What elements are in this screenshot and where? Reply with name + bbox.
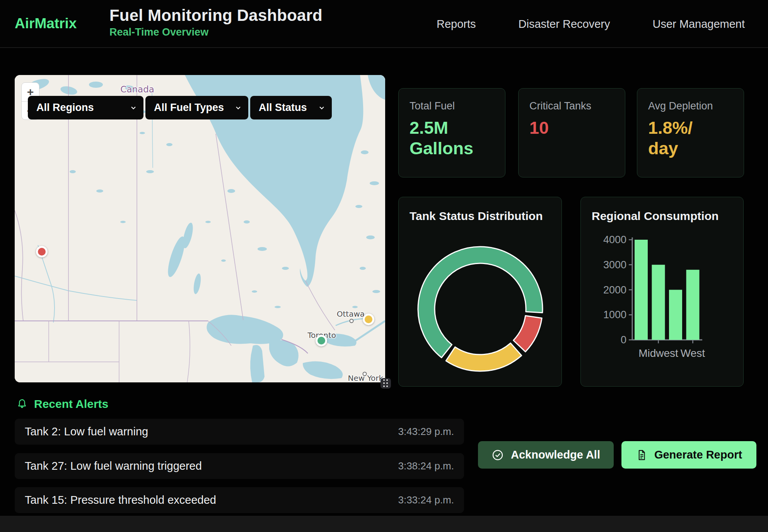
alert-time: 3:38:24 p.m. (398, 460, 454, 472)
status-filter-value: All Status (259, 102, 307, 114)
fuel-type-filter-select[interactable]: All Fuel Types (145, 96, 248, 119)
map-resize-handle[interactable] (381, 378, 391, 389)
region-filter-select[interactable]: All Regions (28, 96, 143, 119)
svg-text:4000: 4000 (603, 234, 626, 246)
map-label-ottawa: Ottawa (337, 309, 365, 319)
stat-label: Critical Tanks (529, 100, 614, 112)
stat-value: 2.5M Gallons (410, 118, 494, 159)
bar-chart-svg: 01000200030004000MidwestWest (592, 226, 733, 380)
city-dot (363, 372, 367, 376)
tank-marker-normal[interactable] (316, 335, 327, 346)
donut-segment-warning (446, 343, 522, 371)
nav-disaster-recovery[interactable]: Disaster Recovery (519, 18, 610, 31)
alerts-heading-label: Recent Alerts (34, 397, 108, 411)
svg-text:3000: 3000 (603, 259, 626, 271)
alert-time: 3:43:29 p.m. (398, 426, 454, 438)
donut-chart-svg (410, 226, 551, 380)
bar-3 (686, 270, 700, 340)
alert-row[interactable]: Tank 2: Low fuel warning 3:43:29 p.m. (15, 419, 464, 445)
bar-1 (652, 265, 665, 340)
donut-segment-critical (514, 315, 542, 351)
svg-text:0: 0 (621, 334, 626, 346)
page-title: Fuel Monitoring Dashboard (109, 6, 323, 25)
generate-report-label: Generate Report (654, 448, 742, 461)
chevron-down-icon (318, 104, 326, 112)
alert-message: Tank 2: Low fuel warning (25, 425, 148, 438)
acknowledge-all-label: Acknowledge All (511, 448, 600, 461)
check-circle-icon (492, 449, 504, 461)
fuel-type-filter-value: All Fuel Types (154, 102, 224, 114)
status-filter-select[interactable]: All Status (250, 96, 332, 119)
stat-value: 10 (529, 118, 614, 138)
alert-message: Tank 15: Pressure threshold exceeded (25, 494, 216, 506)
svg-text:1000: 1000 (603, 309, 626, 321)
svg-text:Midwest: Midwest (638, 347, 678, 359)
stat-label: Total Fuel (410, 100, 494, 112)
main-nav: Reports Disaster Recovery User Managemen… (437, 0, 745, 48)
stat-value: 1.8%/ day (648, 118, 733, 159)
bell-icon (16, 398, 28, 410)
app-logo: AirMatrix (15, 15, 77, 32)
alert-row[interactable]: Tank 15: Pressure threshold exceeded 3:3… (15, 487, 464, 513)
nav-reports[interactable]: Reports (437, 18, 476, 31)
chevron-down-icon (130, 104, 137, 112)
donut-chart-title: Tank Status Distribution (410, 210, 551, 223)
stat-card-critical-tanks: Critical Tanks 10 (518, 88, 625, 177)
tank-status-card: Tank Status Distribution (398, 197, 562, 387)
nav-user-management[interactable]: User Management (652, 18, 745, 31)
stat-card-total-fuel: Total Fuel 2.5M Gallons (398, 88, 505, 177)
alert-time: 3:33:24 p.m. (398, 494, 454, 506)
map-filters: All Regions All Fuel Types All Status (28, 96, 332, 119)
page-subtitle: Real-Time Overview (109, 26, 323, 38)
generate-report-button[interactable]: Generate Report (621, 441, 756, 469)
title-block: Fuel Monitoring Dashboard Real-Time Over… (109, 6, 323, 38)
bar-2 (669, 290, 682, 340)
alert-message: Tank 27: Low fuel warning triggered (25, 460, 202, 472)
acknowledge-all-button[interactable]: Acknowledge All (478, 441, 614, 469)
stat-card-avg-depletion: Avg Depletion 1.8%/ day (637, 88, 744, 177)
regional-consumption-card: Regional Consumption 01000200030004000Mi… (580, 197, 744, 387)
bar-chart-title: Regional Consumption (592, 210, 732, 223)
footer-strip (0, 516, 768, 532)
region-filter-value: All Regions (36, 102, 94, 114)
tank-marker-warning[interactable] (363, 314, 374, 325)
bar-0 (635, 240, 648, 340)
tank-marker-critical[interactable] (36, 246, 48, 257)
alerts-heading: Recent Alerts (16, 397, 108, 411)
dashboard-root: AirMatrix Fuel Monitoring Dashboard Real… (0, 0, 768, 532)
document-icon (636, 449, 647, 461)
svg-text:West: West (681, 347, 705, 359)
map-label-canada: Canada (120, 84, 154, 94)
header: AirMatrix Fuel Monitoring Dashboard Real… (0, 0, 768, 48)
stat-label: Avg Depletion (648, 100, 733, 112)
svg-text:2000: 2000 (603, 284, 626, 296)
city-dot (349, 319, 353, 323)
alert-row[interactable]: Tank 27: Low fuel warning triggered 3:38… (15, 453, 464, 479)
map-panel[interactable]: Canada Ottawa Toronto New York + − All R… (15, 75, 385, 382)
chevron-down-icon (234, 104, 242, 112)
